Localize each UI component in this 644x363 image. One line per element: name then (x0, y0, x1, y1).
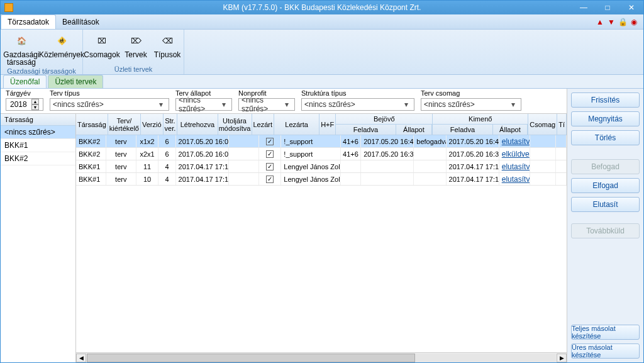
spin-up-icon[interactable]: ▲ (31, 99, 39, 104)
checkbox-icon[interactable]: ✓ (266, 163, 274, 170)
elfogad-button[interactable]: Elfogad (571, 178, 640, 193)
scroll-left-icon[interactable]: ◀ (76, 354, 86, 362)
company-list-item[interactable]: <nincs szűrés> (1, 126, 75, 139)
table-row[interactable]: BKK#1terv1042017.04.17 17:10✓Lengyel Ján… (76, 173, 567, 186)
col-tarsasag[interactable]: Társaság (76, 114, 108, 135)
nav-down-red-icon[interactable]: ▼ (607, 18, 616, 26)
col-csomag[interactable]: Csomag (528, 114, 557, 135)
help-icon[interactable]: ◉ (630, 18, 638, 26)
tervallapot-combo[interactable]: <nincs szűrés>▾ (175, 98, 232, 111)
col-hf[interactable]: H+F (319, 114, 336, 135)
col-utoljara[interactable]: Utoljára módosítva (218, 114, 252, 135)
elutasit-button[interactable]: Elutasít (571, 197, 640, 212)
col-tervkiertekelo[interactable]: Terv/ kiértékelő (108, 114, 141, 135)
close-button[interactable]: ✕ (619, 1, 643, 14)
ribbon-tipusok-label: Típusok (154, 51, 181, 59)
lock-icon[interactable]: 🔒 (618, 18, 627, 26)
tovabbkuld-button[interactable]: Továbbküld (571, 223, 640, 238)
table-cell (414, 173, 446, 185)
col-bejovo-feladva[interactable]: Feladva (336, 125, 396, 135)
targyev-input[interactable] (9, 99, 30, 109)
checkbox-icon[interactable]: ✓ (266, 138, 274, 145)
table-cell (414, 148, 446, 160)
tab-uzenofal[interactable]: Üzenőfal (3, 75, 47, 88)
table-cell: 6 (158, 135, 175, 147)
status-link[interactable]: elküldve (502, 150, 530, 159)
minimize-button[interactable]: — (572, 1, 596, 14)
filter-bar: Tárgyév ▲▼ Terv típus <nincs szűrés>▾ Te… (1, 89, 567, 114)
tervtipus-combo[interactable]: <nincs szűrés>▾ (50, 98, 169, 111)
status-link[interactable]: elutasítva (502, 137, 531, 146)
maximize-button[interactable]: □ (596, 1, 619, 14)
table-cell (341, 173, 361, 185)
table-cell (530, 148, 556, 160)
window-title: KBM (v17.7.5.0) - BKK Budapesti Közleked… (1, 3, 643, 12)
col-letrehozva[interactable]: Létrehozva (177, 114, 218, 135)
grid-hscrollbar[interactable]: ◀ ▶ (76, 352, 567, 362)
spin-down-icon[interactable]: ▼ (31, 104, 39, 110)
menu-beallitasok[interactable]: Beállítások (56, 15, 106, 29)
table-row[interactable]: BKK#2tervx2x162017.05.20 16:01✓!_support… (76, 148, 567, 160)
table-cell: 4 (158, 173, 175, 185)
teljes-masolat-button[interactable]: Teljes másolat készítése (571, 325, 640, 340)
doc-edit-icon: ⌦ (126, 32, 146, 50)
table-row[interactable]: BKK#2tervx1x262017.05.20 16:01✓!_support… (76, 135, 567, 148)
ures-masolat-button[interactable]: Üres másolat készítése (571, 343, 640, 359)
table-cell: terv (106, 173, 136, 185)
scroll-right-icon[interactable]: ▶ (557, 354, 567, 362)
struktura-label: Struktúra típus (301, 89, 414, 97)
col-strver[interactable]: Str. ver. (164, 114, 178, 135)
megnyitas-button[interactable]: Megnyitás (571, 111, 640, 126)
table-cell: elküldve (499, 148, 531, 160)
table-cell: elutasítva (499, 135, 531, 147)
tervallapot-value: <nincs szűrés> (179, 96, 219, 113)
ribbon-tipusok[interactable]: ⌫ Típusok (153, 31, 181, 59)
col-ti[interactable]: Tí (557, 114, 567, 135)
col-lezart[interactable]: Lezárt (252, 114, 275, 135)
menu-torzsadatok[interactable]: Törzsadatok (1, 14, 56, 29)
scroll-thumb[interactable] (87, 354, 415, 362)
col-kimeno-allapot[interactable]: Állapot (493, 125, 528, 135)
col-bejovo[interactable]: Bejövő (336, 114, 432, 125)
chevron-down-icon: ▾ (282, 100, 292, 109)
checkbox-icon[interactable]: ✓ (266, 176, 274, 183)
tervcsomag-combo[interactable]: <nincs szűrés>▾ (421, 98, 521, 111)
nonprofit-combo[interactable]: <nincs szűrés>▾ (238, 98, 295, 111)
status-link[interactable]: elutasítva (502, 175, 531, 184)
tab-uzleti-tervek[interactable]: Üzleti tervek (48, 75, 103, 88)
table-cell: 2017.04.17 17:10 (176, 173, 229, 185)
torles-button[interactable]: Törlés (571, 130, 640, 145)
ribbon-kozlemenyek[interactable]: 🚸 Közlemények (43, 31, 80, 59)
col-verzio[interactable]: Verzió (141, 114, 164, 135)
targyev-spinner[interactable]: ▲▼ (6, 98, 43, 111)
titlebar: KBM (v17.7.5.0) - BKK Budapesti Közleked… (1, 1, 643, 14)
col-bejovo-allapot[interactable]: Állapot (396, 125, 433, 135)
table-cell: 41+6 (341, 135, 361, 147)
plan-grid: Társaság Terv/ kiértékelő Verzió Str. ve… (76, 114, 567, 362)
col-kimeno-feladva[interactable]: Feladva (433, 125, 492, 135)
nav-up-red-icon[interactable]: ▲ (596, 18, 604, 26)
company-list-item[interactable]: BKK#1 (1, 139, 75, 152)
ribbon-csomagok[interactable]: ⌧ Csomagok (86, 31, 118, 59)
table-row[interactable]: BKK#1terv1142017.04.17 17:14✓Lengyel Ján… (76, 160, 567, 173)
befogad-button[interactable]: Befogad (571, 159, 640, 174)
ribbon-group2-label: Üzleti tervek (114, 64, 153, 73)
status-link[interactable]: elutasítva (502, 162, 531, 171)
checkbox-icon[interactable]: ✓ (266, 150, 274, 158)
struktura-combo[interactable]: <nincs szűrés>▾ (301, 98, 414, 111)
tervtipus-label: Terv típus (50, 89, 169, 97)
col-lezarta[interactable]: Lezárta (274, 114, 319, 135)
frissites-button[interactable]: Frissítés (571, 92, 640, 108)
ribbon-gazdasagi-tarsasag[interactable]: 🏠 Gazdasági társaság (3, 31, 40, 66)
company-list-item[interactable]: BKK#2 (1, 152, 75, 165)
app-logo-icon (4, 3, 13, 12)
doc-tabs: Üzenőfal Üzleti tervek (1, 75, 643, 89)
ribbon-tervek[interactable]: ⌦ Tervek (122, 31, 150, 59)
types-icon: ⌫ (157, 32, 177, 50)
table-cell: 2017.04.17 17:14 (447, 160, 499, 172)
col-kimeno[interactable]: Kimenő (433, 114, 528, 125)
table-cell (530, 173, 556, 185)
table-cell: ✓ (259, 135, 282, 147)
table-cell: 6 (158, 148, 175, 160)
chevron-down-icon: ▾ (156, 100, 166, 109)
